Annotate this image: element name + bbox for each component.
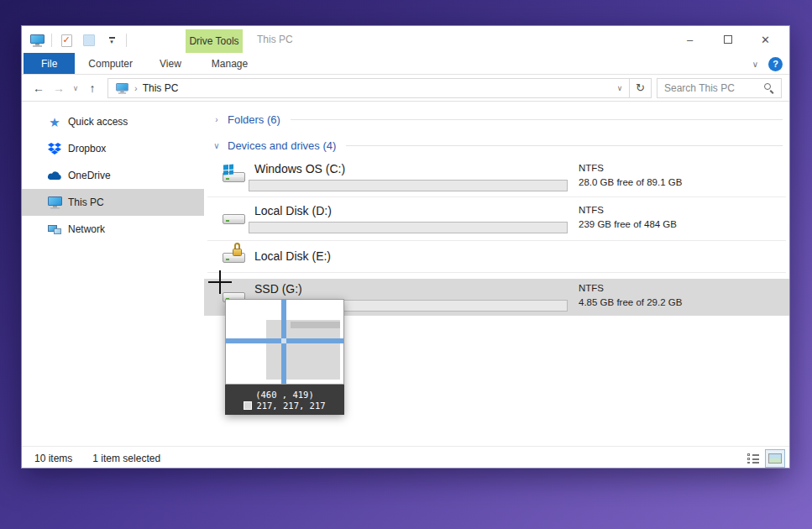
explorer-window: ▾ Drive Tools This PC – ✕ File Computer … [21, 25, 790, 469]
search-box [657, 78, 782, 98]
minimize-icon: – [687, 34, 693, 46]
navigation-bar: ← → ∨ ↑ › This PC ∨ ↻ [22, 75, 789, 102]
maximize-icon [724, 35, 732, 44]
dropbox-icon [47, 142, 62, 155]
tab-file[interactable]: File [24, 53, 75, 74]
large-icons-view-button[interactable] [766, 450, 784, 467]
this-pc-icon [116, 83, 128, 93]
locked-drive-icon [223, 244, 248, 270]
sidebar-item-quick-access[interactable]: ★ Quick access [22, 108, 204, 135]
magnifier-viewport [225, 299, 344, 385]
new-folder-icon[interactable] [81, 32, 97, 49]
network-icon [47, 223, 62, 236]
drive-icon [223, 206, 248, 231]
refresh-icon[interactable]: ↻ [629, 78, 651, 98]
ribbon-tabs: File Computer View Manage ∨ ? [22, 53, 789, 75]
details-view-icon [747, 453, 759, 464]
free-space-label: 4.85 GB free of 29.2 GB [579, 296, 682, 310]
quick-access-star-icon: ★ [47, 115, 62, 128]
search-icon[interactable] [764, 83, 774, 93]
up-button[interactable]: ↑ [82, 81, 102, 95]
recent-locations-chevron-icon[interactable]: ∨ [69, 84, 82, 92]
color-swatch [244, 401, 252, 410]
address-bar[interactable]: › This PC ∨ ↻ [107, 78, 652, 98]
toolbar-separator [126, 34, 127, 47]
items-count: 10 items [34, 453, 72, 464]
rgb-value: 217, 217, 217 [256, 401, 325, 411]
drive-row-windows-os-c[interactable]: Windows OS (C:) NTFS 28.0 GB free of 89.… [204, 159, 789, 196]
large-icons-view-icon [768, 453, 782, 464]
search-input[interactable] [664, 82, 764, 94]
capacity-bar [249, 222, 568, 233]
free-space-label: 239 GB free of 484 GB [579, 217, 677, 232]
tab-computer[interactable]: Computer [75, 53, 146, 74]
computer-icon [47, 196, 62, 209]
quick-access-toolbar: ▾ [29, 30, 127, 50]
onedrive-cloud-icon [47, 169, 62, 182]
filesystem-label: NTFS [579, 203, 677, 217]
selected-count: 1 item selected [92, 453, 160, 464]
help-button[interactable]: ? [768, 57, 783, 71]
window-title: This PC [257, 34, 293, 45]
group-header-folders[interactable]: › Folders (6) [212, 111, 783, 128]
breadcrumb: › This PC [108, 79, 185, 97]
minimize-button[interactable]: – [671, 26, 709, 53]
collapsed-chevron-icon: › [212, 115, 221, 124]
tab-view[interactable]: View [146, 53, 195, 74]
close-icon: ✕ [761, 34, 770, 46]
sidebar-item-this-pc[interactable]: This PC [22, 189, 204, 216]
navigation-pane: ★ Quick access Dropbox OneDrive [22, 102, 204, 446]
breadcrumb-location[interactable]: This PC [143, 82, 179, 94]
magnifier-readout: (460 , 419) 217, 217, 217 [225, 385, 344, 415]
sidebar-item-network[interactable]: Network [22, 216, 204, 243]
main-area: ★ Quick access Dropbox OneDrive [22, 102, 789, 446]
toolbar-separator [51, 34, 52, 47]
group-header-devices-and-drives[interactable]: ∨ Devices and drives (4) [212, 137, 783, 154]
sidebar-item-dropbox[interactable]: Dropbox [22, 135, 204, 162]
sidebar-item-onedrive[interactable]: OneDrive [22, 162, 204, 189]
forward-button[interactable]: → [49, 81, 69, 95]
free-space-label: 28.0 GB free of 89.1 GB [579, 175, 682, 190]
this-pc-icon[interactable] [29, 32, 45, 49]
capacity-bar [249, 180, 568, 191]
properties-icon[interactable] [58, 32, 75, 49]
title-bar: ▾ Drive Tools This PC – ✕ [22, 26, 789, 53]
close-button[interactable]: ✕ [747, 26, 784, 53]
back-button[interactable]: ← [29, 81, 49, 95]
filesystem-label: NTFS [579, 161, 682, 175]
ribbon-collapse-chevron-icon[interactable]: ∨ [752, 60, 758, 69]
windows-drive-icon [223, 164, 248, 189]
filesystem-label: NTFS [579, 281, 682, 296]
drive-row-local-disk-d[interactable]: Local Disk (D:) NTFS 239 GB free of 484 … [204, 201, 789, 240]
window-controls: – ✕ [671, 26, 784, 53]
desktop-background: ▾ Drive Tools This PC – ✕ File Computer … [0, 0, 812, 529]
tab-manage[interactable]: Manage [198, 53, 261, 74]
customize-toolbar-arrow-icon[interactable]: ▾ [103, 32, 120, 49]
pixel-magnifier: (460 , 419) 217, 217, 217 [225, 299, 344, 415]
address-dropdown-chevron-icon[interactable]: ∨ [610, 84, 629, 92]
drive-row-local-disk-e[interactable]: Local Disk (E:) [204, 243, 789, 272]
drive-tools-contextual-tab[interactable]: Drive Tools [186, 29, 243, 53]
breadcrumb-chevron-icon: › [134, 83, 138, 93]
expanded-chevron-icon: ∨ [212, 141, 221, 150]
maximize-button[interactable] [709, 26, 747, 53]
details-view-button[interactable] [744, 450, 762, 467]
status-bar: 10 items 1 item selected [22, 446, 789, 469]
cursor-coordinates: (460 , 419) [255, 390, 314, 400]
